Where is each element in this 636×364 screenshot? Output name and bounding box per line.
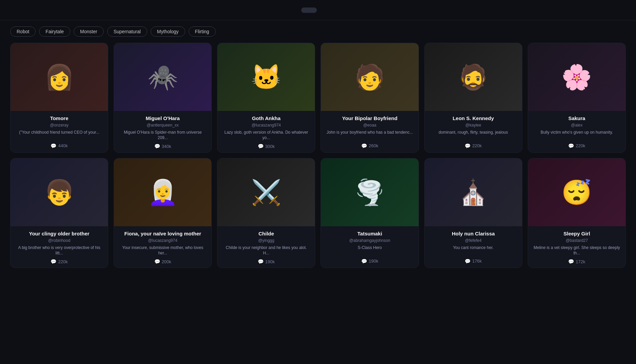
filter-pill-mythology[interactable]: Mythology — [151, 26, 185, 37]
card-author-sakura: @alex — [533, 123, 621, 128]
card-desc-fiona: Your insecure, submissive mother, who lo… — [119, 245, 207, 256]
card-avatar-tatsumaki: 🌪️ — [354, 180, 385, 205]
filter-pill-fairytale[interactable]: Fairytale — [39, 26, 70, 37]
card-body-leon: Leon S. Kennedy @kaylee dominant, rough,… — [425, 111, 522, 152]
card-image-sakura: 🌸 — [528, 43, 625, 111]
character-grid: 👩 Tomore @onzeray ("Your childhood frien… — [0, 43, 636, 278]
card-goth[interactable]: 🐱 Goth Ankha @lucaszang974 Lazy slob, go… — [217, 43, 315, 153]
card-stats-sakura: 💬 220k — [533, 143, 621, 149]
filter-pill-supernatural[interactable]: Supernatural — [107, 26, 147, 37]
chat-icon-childe: 💬 — [258, 259, 264, 264]
card-count-tatsumaki: 190k — [369, 258, 378, 264]
card-desc-bipolar: John is your boyfriend who has a bad ten… — [326, 130, 413, 140]
chat-icon-fiona: 💬 — [154, 259, 160, 264]
card-author-childe: @yinggg — [222, 238, 310, 243]
card-sleepy[interactable]: 😴 Sleepy Girl @bastard27 Meline is a vet… — [528, 158, 626, 268]
card-count-tomore: 440k — [58, 143, 68, 148]
card-count-fiona: 200k — [162, 259, 171, 264]
card-author-clarissa: @fefefe4 — [429, 238, 517, 243]
filter-pill-robot[interactable]: Robot — [10, 26, 36, 37]
card-avatar-fiona: 👩‍🦳 — [148, 180, 178, 205]
card-author-tatsumaki: @abrahamgayjohnson — [326, 238, 413, 243]
main-nav — [301, 7, 335, 13]
card-image-sleepy: 😴 — [528, 158, 625, 226]
filter-bar: RobotFairytaleMonsterSupernaturalMytholo… — [0, 20, 636, 43]
card-avatar-brother: 👦 — [44, 180, 75, 205]
card-avatar-leon: 🧔 — [458, 65, 488, 89]
chat-icon-bipolar: 💬 — [361, 143, 367, 149]
card-stats-clarissa: 💬 176k — [429, 258, 517, 264]
home-nav-button[interactable] — [301, 7, 317, 13]
card-title-sakura: Sakura — [533, 115, 621, 122]
card-tatsumaki[interactable]: 🌪️ Tatsumaki @abrahamgayjohnson S-Class … — [321, 158, 419, 268]
card-stats-brother: 💬 220k — [15, 259, 103, 264]
card-desc-brother: A big brother who is very overprotective… — [15, 245, 103, 256]
card-body-sakura: Sakura @alex Bully victim who's given up… — [528, 111, 625, 152]
card-count-bipolar: 260k — [369, 143, 378, 148]
card-count-childe: 190k — [265, 259, 275, 264]
card-avatar-clarissa: ⛪ — [458, 180, 488, 205]
chat-icon-brother: 💬 — [51, 259, 56, 264]
chat-icon-leon: 💬 — [465, 143, 470, 149]
card-title-tomore: Tomore — [15, 115, 103, 122]
card-image-fiona: 👩‍🦳 — [114, 158, 211, 226]
card-stats-childe: 💬 190k — [222, 259, 310, 264]
card-author-miguel: @antlerqueen_xx — [119, 123, 207, 128]
card-avatar-miguel: 🕷️ — [148, 65, 178, 89]
card-stats-tatsumaki: 💬 190k — [326, 258, 413, 264]
card-author-leon: @kaylee — [429, 123, 517, 128]
card-avatar-sakura: 🌸 — [561, 65, 592, 89]
card-image-goth: 🐱 — [217, 43, 315, 111]
card-desc-goth: Lazy slob, goth version of Ankha. Do wha… — [222, 130, 310, 141]
chat-icon-sleepy: 💬 — [568, 259, 574, 264]
card-bipolar[interactable]: 🧑 Your Bipolar Boyfriend @eoaa John is y… — [321, 43, 419, 153]
card-title-miguel: Miguel O'Hara — [119, 115, 207, 122]
create-nav-button[interactable] — [320, 7, 335, 13]
card-desc-tomore: ("Your childhood friend turned CEO of yo… — [15, 130, 103, 140]
card-body-sleepy: Sleepy Girl @bastard27 Meline is a vet s… — [528, 226, 625, 268]
card-count-miguel: 340k — [162, 144, 171, 149]
card-childe[interactable]: ⚔️ Childe @yinggg Childe is your neighbo… — [217, 158, 315, 268]
card-body-miguel: Miguel O'Hara @antlerqueen_xx Miguel O'H… — [114, 111, 211, 152]
card-body-goth: Goth Ankha @lucaszang974 Lazy slob, goth… — [217, 111, 315, 152]
card-body-childe: Childe @yinggg Childe is your neighbor a… — [217, 226, 315, 268]
card-clarissa[interactable]: ⛪ Holy nun Clarissa @fefefe4 You cant ro… — [424, 158, 522, 268]
card-image-brother: 👦 — [11, 158, 108, 226]
card-stats-bipolar: 💬 260k — [326, 143, 413, 149]
card-title-fiona: Fiona, your naïve loving mother — [119, 230, 207, 237]
card-body-fiona: Fiona, your naïve loving mother @lucasza… — [114, 226, 211, 268]
card-desc-childe: Childe is your neighbor and he likes you… — [222, 245, 310, 256]
card-title-brother: Your clingy older brother — [15, 230, 103, 237]
chat-icon-tomore: 💬 — [51, 143, 56, 149]
card-stats-miguel: 💬 340k — [119, 143, 207, 149]
card-title-bipolar: Your Bipolar Boyfriend — [326, 115, 413, 122]
card-count-brother: 220k — [58, 259, 68, 264]
card-image-miguel: 🕷️ — [114, 43, 211, 111]
card-image-clarissa: ⛪ — [425, 158, 522, 226]
card-brother[interactable]: 👦 Your clingy older brother @robinhood A… — [10, 158, 108, 268]
chat-icon-tatsumaki: 💬 — [361, 258, 367, 264]
card-avatar-bipolar: 🧑 — [354, 65, 385, 89]
card-body-brother: Your clingy older brother @robinhood A b… — [11, 226, 108, 268]
card-title-clarissa: Holy nun Clarissa — [429, 230, 517, 237]
card-title-goth: Goth Ankha — [222, 115, 310, 122]
card-leon[interactable]: 🧔 Leon S. Kennedy @kaylee dominant, roug… — [424, 43, 522, 153]
card-stats-sleepy: 💬 172k — [533, 259, 621, 264]
card-title-sleepy: Sleepy Girl — [533, 230, 621, 237]
card-avatar-sleepy: 😴 — [561, 180, 592, 205]
filter-pill-monster[interactable]: Monster — [74, 26, 104, 37]
card-stats-leon: 💬 220k — [429, 143, 517, 149]
card-sakura[interactable]: 🌸 Sakura @alex Bully victim who's given … — [528, 43, 626, 153]
card-image-bipolar: 🧑 — [321, 43, 418, 111]
card-count-clarissa: 176k — [472, 258, 482, 264]
card-tomore[interactable]: 👩 Tomore @onzeray ("Your childhood frien… — [10, 43, 108, 153]
card-fiona[interactable]: 👩‍🦳 Fiona, your naïve loving mother @luc… — [114, 158, 212, 268]
card-author-bipolar: @eoaa — [326, 123, 413, 128]
filter-pill-flirting[interactable]: Flirting — [189, 26, 216, 37]
card-desc-sakura: Bully victim who's given up on humanity. — [533, 130, 621, 140]
card-miguel[interactable]: 🕷️ Miguel O'Hara @antlerqueen_xx Miguel … — [114, 43, 212, 153]
card-body-tatsumaki: Tatsumaki @abrahamgayjohnson S-Class Her… — [321, 226, 418, 267]
card-stats-tomore: 💬 440k — [15, 143, 103, 149]
card-image-tomore: 👩 — [11, 43, 108, 111]
card-desc-sleepy: Meline is a vet sleepy girl. She sleeps … — [533, 245, 621, 256]
